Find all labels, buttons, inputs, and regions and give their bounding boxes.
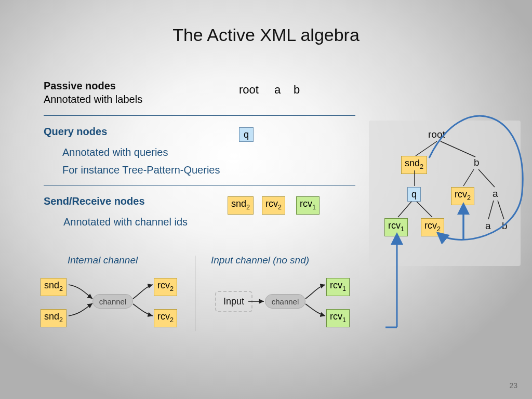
internal-rcv-bottom: rcv2: [154, 309, 177, 327]
tree-b: b: [474, 157, 480, 168]
divider-2: [44, 185, 355, 185]
tree-rcv2b: rcv2: [451, 187, 474, 205]
rcv1-box-example: rcv1: [296, 196, 320, 215]
tree-leaf-a: a: [485, 220, 491, 232]
query-line2: For instance Tree-Pattern-Queries: [62, 164, 220, 176]
snd-box-example: snd2: [228, 196, 254, 215]
tree-a: a: [493, 188, 498, 200]
rcv2-box-example: rcv2: [262, 196, 285, 215]
page-number: 23: [509, 381, 517, 390]
sendrecv-subtext: Annotated with channel ids: [63, 216, 188, 228]
passive-example-root: root: [239, 83, 259, 97]
input-box: Input: [215, 291, 252, 312]
divider-1: [44, 115, 355, 116]
sendrecv-heading: Send/Receive nodes: [44, 195, 145, 207]
passive-subtext: Annotated with labels: [44, 94, 142, 105]
internal-channel-cyl: channel: [92, 294, 133, 309]
passive-heading: Passive nodes: [44, 80, 116, 92]
channel-divider: [195, 256, 195, 331]
slide-title: The Active XML algebra: [0, 25, 532, 45]
tree-rcv1: rcv1: [384, 218, 408, 236]
input-channel-label: Input channel (no snd): [211, 255, 309, 266]
passive-example-a: a: [274, 83, 281, 97]
query-node-box: q: [239, 127, 254, 142]
tree-leaf-b: b: [502, 220, 508, 232]
internal-snd-top: snd2: [41, 278, 66, 296]
passive-example-b: b: [294, 83, 300, 97]
internal-channel-label: Internal channel: [68, 255, 138, 266]
query-line1: Annotated with queries: [62, 147, 168, 158]
input-channel-cyl: channel: [265, 294, 305, 309]
internal-rcv-top: rcv2: [154, 278, 177, 296]
tree-root: root: [428, 129, 445, 140]
internal-snd-bottom: snd2: [41, 309, 66, 327]
query-heading: Query nodes: [44, 126, 107, 138]
tree-snd: snd2: [401, 156, 427, 174]
input-rcv-top: rcv1: [326, 278, 350, 296]
tree-q: q: [407, 187, 421, 202]
input-rcv-bottom: rcv1: [326, 309, 350, 327]
tree-rcv2: rcv2: [421, 218, 444, 236]
